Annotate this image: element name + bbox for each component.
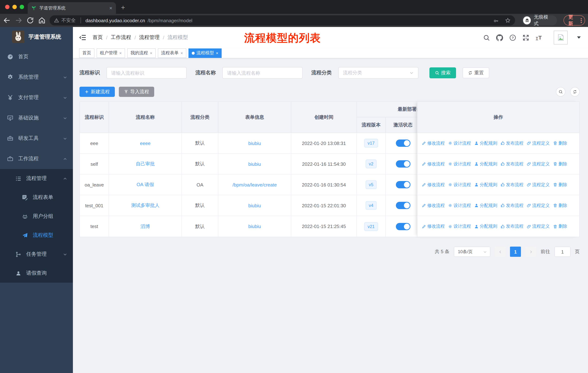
page-number-1[interactable]: 1	[510, 247, 521, 257]
avatar[interactable]	[554, 30, 567, 44]
caret-down-icon[interactable]	[577, 36, 581, 39]
tag-tenant[interactable]: 租户管理 ×	[97, 48, 125, 58]
edit-action-link[interactable]: 修改流程	[422, 223, 445, 230]
edit-action-link[interactable]: 修改流程	[422, 202, 445, 209]
process-name-link[interactable]: OA 请假	[136, 181, 154, 188]
publish-action-link[interactable]: 发布流程	[501, 223, 524, 230]
close-window-button[interactable]	[5, 5, 10, 9]
publish-action-link[interactable]: 发布流程	[501, 161, 524, 167]
process-name-link[interactable]: eeee	[140, 141, 151, 146]
page-size-select[interactable]: 10条/页	[454, 247, 490, 257]
definition-action-link[interactable]: 流程定义	[527, 161, 550, 167]
toggle-search-button[interactable]	[556, 87, 565, 97]
create-process-button[interactable]: 新建流程	[79, 87, 115, 97]
sidebar-item-home[interactable]: 首页	[0, 47, 73, 67]
sidebar-item-payment[interactable]: 支付管理	[0, 87, 73, 108]
delete-action-link[interactable]: 删除	[553, 202, 567, 209]
publish-action-link[interactable]: 发布流程	[501, 181, 524, 188]
forward-icon[interactable]	[15, 16, 23, 24]
goto-page-input[interactable]	[555, 247, 570, 257]
search-icon[interactable]	[483, 34, 490, 41]
active-toggle[interactable]	[396, 202, 410, 209]
sidebar-item-user-group[interactable]: 用户分组	[0, 207, 73, 226]
delete-action-link[interactable]: 删除	[553, 223, 567, 230]
breadcrumb-item[interactable]: 首页	[93, 34, 103, 41]
close-tab-icon[interactable]: ×	[109, 5, 112, 11]
publish-action-link[interactable]: 发布流程	[501, 202, 524, 209]
sidebar-item-process-model[interactable]: 流程模型	[0, 226, 73, 245]
assign-action-link[interactable]: 分配规则	[474, 140, 497, 146]
key-icon[interactable]	[493, 18, 499, 23]
delete-action-link[interactable]: 删除	[553, 161, 567, 167]
sidebar-item-infra[interactable]: 基础设施	[0, 108, 73, 128]
minimize-window-button[interactable]	[12, 5, 17, 9]
assign-action-link[interactable]: 分配规则	[474, 223, 497, 230]
sidebar-item-workflow[interactable]: 工作流程	[0, 149, 73, 169]
process-name-link[interactable]: 自己审批	[136, 161, 155, 167]
new-tab-button[interactable]: +	[121, 4, 125, 12]
design-action-link[interactable]: 设计流程	[448, 223, 471, 230]
filter-category-select[interactable]: 流程分类	[338, 67, 419, 79]
publish-action-link[interactable]: 发布流程	[501, 140, 524, 146]
github-icon[interactable]	[496, 34, 503, 41]
more-vert-icon[interactable]	[581, 18, 582, 23]
close-tag-icon[interactable]: ×	[216, 50, 218, 56]
url-bar[interactable]: 不安全 dashboard.yudao.iocoder.cn/bpm/manag…	[49, 15, 515, 26]
active-toggle[interactable]	[396, 181, 410, 188]
tag-process-model[interactable]: 流程模型 ×	[189, 48, 222, 58]
active-toggle[interactable]	[396, 223, 410, 230]
filter-name-input[interactable]	[222, 67, 303, 79]
sidebar-item-system[interactable]: 系统管理	[0, 67, 73, 87]
breadcrumb-item[interactable]: 工作流程	[111, 34, 131, 41]
reset-button[interactable]: 重置	[462, 67, 489, 78]
sidebar-item-task-manage[interactable]: 任务管理	[0, 245, 73, 264]
back-icon[interactable]	[3, 16, 11, 24]
edit-action-link[interactable]: 修改流程	[422, 161, 445, 167]
definition-action-link[interactable]: 流程定义	[527, 181, 550, 188]
form-info-link[interactable]: /bpm/oa/leave/create	[232, 182, 277, 187]
tag-process-form[interactable]: 流程表单 ×	[158, 48, 186, 58]
edit-action-link[interactable]: 修改流程	[422, 181, 445, 188]
definition-action-link[interactable]: 流程定义	[527, 223, 550, 230]
zoom-window-button[interactable]	[20, 5, 24, 9]
reload-icon[interactable]	[26, 16, 34, 24]
window-controls[interactable]	[5, 5, 24, 9]
form-info-link[interactable]: biubiu	[248, 161, 261, 167]
form-info-link[interactable]: biubiu	[248, 203, 261, 208]
next-page-button[interactable]	[525, 247, 536, 257]
close-tag-icon[interactable]: ×	[180, 50, 183, 56]
tag-my-process[interactable]: 我的流程 ×	[127, 48, 156, 58]
browser-tab[interactable]: 芋道管理系统 ×	[28, 2, 116, 14]
refresh-table-button[interactable]	[570, 87, 580, 97]
design-action-link[interactable]: 设计流程	[448, 202, 471, 209]
search-button[interactable]: 搜索	[430, 67, 456, 78]
form-info-link[interactable]: biubiu	[248, 224, 261, 229]
definition-action-link[interactable]: 流程定义	[527, 140, 550, 146]
font-size-icon[interactable]: TT	[536, 34, 542, 41]
sidebar-item-devtools[interactable]: 研发工具	[0, 128, 73, 149]
update-button[interactable]: 更新	[564, 15, 585, 26]
help-icon[interactable]: ?	[509, 34, 516, 41]
form-info-link[interactable]: biubiu	[248, 141, 261, 146]
definition-action-link[interactable]: 流程定义	[527, 202, 550, 209]
fullscreen-icon[interactable]	[522, 34, 529, 41]
app-logo[interactable]: 芋道管理系统	[0, 27, 73, 47]
design-action-link[interactable]: 设计流程	[448, 181, 471, 188]
breadcrumb-item[interactable]: 流程管理	[139, 34, 160, 41]
sidebar-item-process-manage[interactable]: 流程管理	[0, 169, 73, 188]
home-icon[interactable]	[38, 16, 46, 24]
sidebar-item-leave-query[interactable]: 请假查询	[0, 264, 73, 283]
design-action-link[interactable]: 设计流程	[448, 140, 471, 146]
active-toggle[interactable]	[396, 140, 410, 147]
edit-action-link[interactable]: 修改流程	[422, 140, 445, 146]
tag-home[interactable]: 首页	[79, 48, 94, 58]
active-toggle[interactable]	[396, 160, 410, 168]
close-tag-icon[interactable]: ×	[150, 50, 152, 56]
assign-action-link[interactable]: 分配规则	[474, 161, 497, 167]
sidebar-item-process-form[interactable]: 流程表单	[0, 188, 73, 207]
process-name-link[interactable]: 滔博	[141, 223, 150, 230]
process-name-link[interactable]: 测试多审批人	[131, 202, 159, 209]
filter-id-input[interactable]	[106, 67, 187, 79]
import-process-button[interactable]: 导入流程	[119, 87, 154, 97]
assign-action-link[interactable]: 分配规则	[474, 202, 497, 209]
